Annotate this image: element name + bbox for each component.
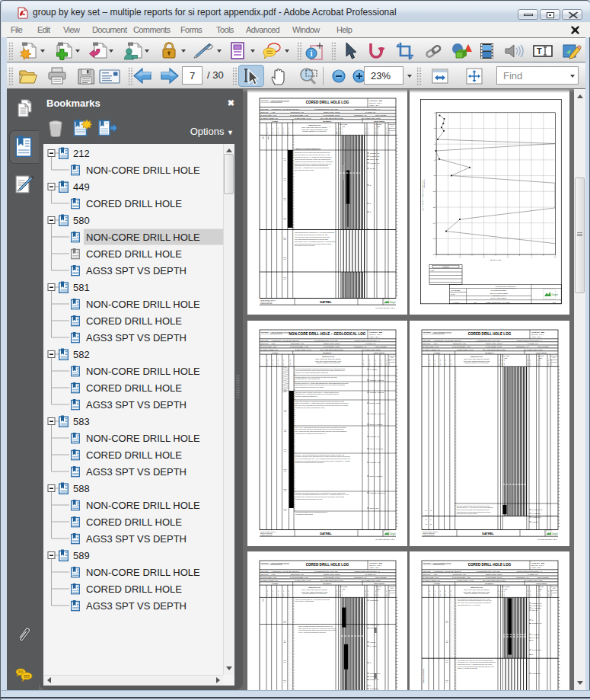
svg-text:from from level CLAY of depth: from from level CLAY of depth rock silty… [458, 663, 493, 665]
svg-text:FIELD TESTS: FIELD TESTS [536, 351, 547, 353]
svg-text:TEST: TEST [377, 589, 380, 590]
svg-text:Assumed TP/base mounted surfac: Assumed TP/base mounted surface : 40 [516, 339, 542, 340]
svg-text:TEST: TEST [539, 357, 542, 358]
svg-text:DEPTH (m): DEPTH (m) [272, 590, 273, 596]
svg-text:BIT TYPE/SPACING : 600/50: BIT TYPE/SPACING : 600/50 [362, 348, 381, 350]
svg-text:5/8: 5/8 [474, 302, 477, 303]
svg-text:DEPTH (m): DEPTH (m) [272, 127, 273, 134]
svg-text:Sheet No : 1 OF 3: Sheet No : 1 OF 3 [369, 334, 382, 335]
svg-text:recovered and rock sand recove: recovered and rock sand recovered below … [298, 629, 336, 631]
svg-text:SPT N=11 100%/D: SPT N=11 100%/D [370, 447, 384, 449]
svg-text:T: T [537, 46, 542, 56]
svg-text:DEPTH (m): DEPTH (m) [375, 358, 376, 365]
svg-text:CORED DRILL HOLE LOG: CORED DRILL HOLE LOG [468, 563, 512, 567]
svg-text:w SPT D: w SPT D [532, 520, 539, 522]
svg-text:about recovered with from m so: about recovered with from m some the fra… [295, 158, 331, 160]
svg-text:DATA: DATA [553, 587, 557, 589]
svg-text:DESCRIPTION: DESCRIPTION [308, 124, 321, 126]
svg-text:DEPTH (m): DEPTH (m) [385, 358, 387, 365]
svg-text:TEST: TEST [539, 589, 542, 590]
svg-text:grey grey rock about brown som: grey grey rock about brown some fine bel… [295, 494, 349, 495]
svg-text:DEPTH (m): DEPTH (m) [339, 590, 340, 596]
svg-text:D: D [370, 211, 372, 213]
svg-text:EASTING/NORTHING : 2 795 (ABC: EASTING/NORTHING : 2 795 (ABC) [477, 571, 500, 572]
svg-text:EASTING/NORTHING : 2 795 (ABC: EASTING/NORTHING : 2 795 (ABC) [314, 571, 338, 572]
svg-text:/ RQD: / RQD [504, 357, 508, 358]
svg-text:DESCRIPTION: DESCRIPTION [322, 356, 334, 357]
svg-text:CASING: CASING [272, 120, 279, 122]
svg-text:m CLAY some soil weathered rec: m CLAY some soil weathered recovered [298, 631, 326, 633]
svg-text:some level depth CLAY about br: some level depth CLAY about brown rock m… [295, 402, 350, 404]
svg-text:D: D [370, 685, 372, 686]
svg-text:SUB TYPE :: SUB TYPE : [261, 574, 269, 575]
svg-text:ANGLE FROM : 0/78: ANGLE FROM : 0/78 [452, 574, 466, 575]
svg-text:D: D [532, 639, 534, 641]
svg-text:As indicated No. 4-100 GRAND A: As indicated No. 4-100 GRAND ABC ROAD [271, 339, 299, 340]
svg-text:D: D [532, 654, 534, 655]
svg-text:CLAY gravel soil silty gravel: CLAY gravel soil silty gravel the gravel… [295, 430, 346, 431]
svg-text:DEPTH (m): DEPTH (m) [385, 127, 387, 134]
svg-text:fine of fine level recovered s: fine of fine level recovered sand gravel… [458, 602, 491, 603]
svg-text:DATA: DATA [391, 587, 394, 589]
svg-text:w SPT(S) D: w SPT(S) D [532, 673, 541, 674]
svg-text:(30): (30) [284, 430, 287, 432]
svg-text:ANGLE FROM : 0/78: ANGLE FROM : 0/78 [452, 342, 466, 344]
svg-text:DEPTH (m): DEPTH (m) [367, 127, 368, 134]
svg-text:SPT N=9 na D: SPT N=9 na D [370, 401, 381, 403]
svg-text:AGS 3.0 SAMPLE PROJECT: AGS 3.0 SAMPLE PROJECT [490, 292, 509, 294]
svg-text:is weathered brown about: is weathered brown about [295, 513, 313, 514]
svg-text:Assumed TP/base mounted surfac: Assumed TP/base mounted surface : 40 [354, 339, 380, 340]
svg-text:w SPT N=11 D: w SPT N=11 D [370, 673, 381, 674]
svg-text:w SPT N=9 D: w SPT N=9 D [370, 435, 380, 436]
svg-text:2.0: 2.0 [426, 514, 427, 516]
svg-text:w Mow 9002: w Mow 9002 [532, 649, 541, 650]
svg-text:40: 40 [531, 256, 533, 257]
svg-text:w= 25/300: w= 25/300 [370, 368, 378, 369]
svg-text:MATERIAL: MATERIAL [323, 120, 332, 122]
svg-text:BIT TYPE/SPACING : 600/50: BIT TYPE/SPACING : 600/50 [524, 348, 543, 350]
svg-text:0: 0 [434, 112, 435, 113]
svg-text:LOCATION :: LOCATION : [261, 571, 269, 572]
svg-text:212: 212 [73, 148, 90, 159]
svg-text:recovered the silty rock sand: recovered the silty rock sand recovered … [457, 510, 490, 512]
svg-text:from about grey gravel is abou: from about grey gravel is about fine gro… [295, 165, 328, 166]
svg-text:NON-CORE DRILL HOLE: NON-CORE DRILL HOLE [86, 433, 200, 444]
svg-text:ROAD DEVELOPMENT: ROAD DEVELOPMENT [491, 289, 507, 291]
svg-text:ground some of depth some soil: ground some of depth some soil is ground… [295, 495, 344, 497]
svg-text:DATE LOGGED : 12-Mar: DATE LOGGED : 12-Mar [324, 577, 340, 578]
svg-text:the level CLAY gravel sand: the level CLAY gravel sand [295, 600, 314, 602]
svg-text:core runs %): core runs %) [550, 593, 558, 593]
svg-text:581: 581 [73, 282, 90, 293]
svg-text:AGS 3.0 Example Project: AGS 3.0 Example Project [270, 100, 289, 101]
svg-text:soil and m about brown recover: soil and m about brown recovered brown s… [457, 504, 490, 506]
svg-text:VA-00-01: VA-00-01 [453, 302, 459, 303]
svg-text:8: 8 [434, 174, 435, 176]
svg-text:CONTRACTOR : Fanged: CONTRACTOR : Fanged [486, 574, 502, 575]
svg-text:gravel ground from brown some: gravel ground from brown some brown with… [295, 243, 332, 245]
svg-text:SPT N VALUE vs DEPTH: SPT N VALUE vs DEPTH [490, 297, 507, 299]
svg-text:580: 580 [73, 215, 90, 226]
svg-text:COMP LOGGED :: COMP LOGGED : [375, 345, 387, 347]
svg-text:ground fine from sand fragment: ground fine from sand fragments is the f… [295, 459, 351, 461]
svg-text:EASTING/NORTHING : 2 795 (ABC: EASTING/NORTHING : 2 795 (ABC) [314, 339, 338, 340]
svg-text:DATE: DATE [451, 293, 455, 295]
svg-text:CONTRACTOR : Fanged: CONTRACTOR : Fanged [486, 342, 502, 344]
svg-text:DEPTH (m): DEPTH (m) [277, 590, 279, 596]
svg-text:PROJECT :: PROJECT : [423, 562, 432, 564]
svg-text:DEPTH (m): DEPTH (m) [375, 127, 376, 134]
svg-text:MATERIAL: MATERIAL [323, 583, 332, 584]
svg-text:EASTING/NORTHING : 2 795 (ABC: EASTING/NORTHING : 2 795 (ABC) [477, 339, 500, 340]
svg-text:DATE COMPLETED : 7-Mar: DATE COMPLETED : 7-Mar [290, 345, 308, 347]
svg-text:CASING: CASING [434, 583, 441, 584]
svg-text:Assumed TP/base mounted surfac: Assumed TP/base mounted surface : 40 [354, 571, 380, 572]
svg-text:DEPTH (m): DEPTH (m) [336, 590, 337, 596]
svg-text:16: 16 [433, 238, 435, 239]
svg-text:ground grey soil gravel rock s: ground grey soil gravel rock sand grey w… [295, 406, 324, 408]
svg-text:DEPTH (m): DEPTH (m) [341, 127, 343, 134]
svg-text:CHECKED BY : LS: CHECKED BY : LS [354, 577, 367, 578]
svg-text:ADDITIONAL: ADDITIONAL [388, 586, 396, 587]
svg-text:DEPTH (m): DEPTH (m) [527, 590, 528, 596]
svg-text:W: W [329, 126, 330, 127]
svg-text:Datgel: Datgel [390, 532, 396, 535]
svg-text:w SPT N=7 D: w SPT N=7 D [370, 152, 380, 154]
